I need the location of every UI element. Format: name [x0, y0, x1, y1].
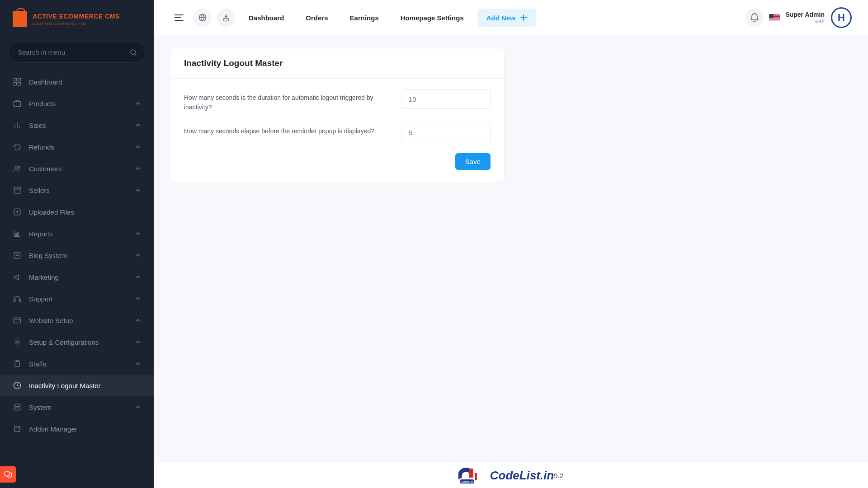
menu-toggle-button[interactable]	[170, 9, 188, 27]
chevron-up-icon	[135, 361, 141, 367]
svg-rect-30	[14, 408, 20, 410]
bars-icon	[13, 121, 22, 130]
gear-icon	[13, 338, 22, 347]
footer-logo-text: CodeList.in	[490, 469, 554, 483]
avatar: H	[831, 7, 852, 28]
svg-line-1	[135, 54, 136, 55]
sidebar-item-support[interactable]: Support	[0, 288, 154, 310]
sidebar-item-uploaded-files[interactable]: Uploaded Files	[0, 201, 154, 223]
svg-rect-48	[769, 14, 774, 18]
sidebar-item-marketing[interactable]: Marketing	[0, 266, 154, 288]
topbar-link-homepage-settings[interactable]: Homepage Settings	[392, 14, 472, 22]
topbar-link-dashboard[interactable]: Dashboard	[241, 14, 292, 22]
svg-rect-46	[769, 19, 780, 19]
brand-text: ACTIVE ECOMMERCE CMS BEST RATED ECOMMERC…	[33, 13, 120, 25]
sidebar-item-sellers[interactable]: Sellers	[0, 179, 154, 201]
sidebar-item-label: Staffs	[29, 360, 135, 368]
store-icon	[13, 186, 22, 195]
sidebar-item-customers[interactable]: Customers	[0, 158, 154, 179]
notifications-button[interactable]	[745, 9, 764, 27]
clear-cache-button[interactable]	[217, 9, 235, 27]
sidebar-item-website-setup[interactable]: Website Setup	[0, 310, 154, 331]
svg-rect-29	[14, 404, 20, 406]
sidebar: ACTIVE ECOMMERCE CMS BEST RATED ECOMMERC…	[0, 0, 154, 488]
sidebar-item-refunds[interactable]: Refunds	[0, 136, 154, 158]
puzzle-icon	[13, 424, 22, 433]
chart-icon	[13, 229, 22, 238]
svg-rect-6	[14, 102, 21, 107]
svg-rect-47	[769, 20, 780, 21]
globe-button[interactable]	[193, 9, 212, 27]
topbar: Dashboard Orders Earnings Homepage Setti…	[154, 0, 868, 35]
chevron-up-icon	[135, 317, 141, 324]
blog-icon	[13, 251, 22, 260]
topbar-link-orders[interactable]: Orders	[297, 14, 336, 22]
users-icon	[13, 164, 22, 173]
chevron-up-icon	[135, 230, 141, 237]
sidebar-item-label: Reports	[29, 230, 135, 238]
svg-point-11	[18, 166, 20, 168]
server-icon	[13, 403, 22, 412]
svg-rect-17	[17, 232, 19, 236]
main-content: Inactivity Logout Master How many second…	[154, 35, 868, 488]
sidebar-item-inactivity-logout-master[interactable]: Inactivity Logout Master	[0, 375, 154, 396]
duration-input[interactable]	[401, 89, 491, 109]
chevron-up-icon	[135, 404, 141, 410]
brand-title: ACTIVE ECOMMERCE CMS	[33, 13, 120, 20]
add-new-button[interactable]: Add New	[477, 9, 536, 27]
grid-icon	[13, 77, 22, 86]
clock-icon	[13, 381, 22, 390]
settings-card: Inactivity Logout Master How many second…	[170, 48, 505, 182]
svg-rect-45	[769, 18, 780, 19]
sidebar-item-dashboard[interactable]: Dashboard	[0, 71, 154, 93]
language-flag[interactable]	[769, 14, 780, 21]
laravel-debug-tag[interactable]	[0, 466, 16, 483]
sidebar-item-label: Products	[29, 100, 135, 108]
sidebar-item-products[interactable]: Products	[0, 93, 154, 114]
reminder-input[interactable]	[401, 123, 491, 142]
page-title: Inactivity Logout Master	[170, 48, 504, 79]
footer-version: 9.2	[554, 472, 563, 479]
form-row-reminder: How many seconds elapse before the remin…	[184, 123, 491, 142]
svg-rect-22	[19, 300, 20, 302]
sidebar-item-setup-configurations[interactable]: Setup & Configurations	[0, 331, 154, 353]
chevron-up-icon	[135, 296, 141, 302]
sidebar-item-label: Sales	[29, 122, 135, 129]
megaphone-icon	[13, 272, 22, 282]
sidebar-item-label: Inactivity Logout Master	[29, 382, 141, 389]
reminder-label: How many seconds elapse before the remin…	[184, 123, 388, 136]
sidebar-nav: DashboardProductsSalesRefundsCustomersSe…	[0, 71, 154, 440]
brand-logo[interactable]: ACTIVE ECOMMERCE CMS BEST RATED ECOMMERC…	[0, 0, 154, 38]
headset-icon	[13, 294, 22, 303]
svg-rect-2	[14, 79, 17, 81]
save-button[interactable]: Save	[455, 153, 491, 170]
svg-rect-4	[14, 83, 17, 85]
footer-logo: CodeList CodeList.in	[458, 468, 554, 484]
box-icon	[13, 99, 22, 108]
sidebar-item-system[interactable]: System	[0, 396, 154, 418]
brand-subtitle: BEST RATED ECOMMERCE ITEM	[33, 21, 120, 25]
svg-point-10	[15, 166, 17, 168]
sidebar-item-reports[interactable]: Reports	[0, 223, 154, 244]
user-menu[interactable]: Super Admin staff H	[785, 7, 852, 28]
chevron-up-icon	[135, 187, 141, 193]
svg-rect-18	[14, 252, 20, 258]
svg-rect-21	[14, 300, 15, 302]
refresh-icon	[13, 142, 22, 151]
sidebar-item-blog-system[interactable]: Blog System	[0, 244, 154, 266]
chevron-up-icon	[135, 339, 141, 345]
sidebar-item-label: Blog System	[29, 252, 135, 259]
add-new-label: Add New	[486, 14, 515, 22]
svg-rect-52	[475, 473, 477, 480]
chevron-up-icon	[135, 122, 141, 128]
svg-rect-23	[14, 318, 21, 323]
svg-rect-3	[18, 79, 21, 81]
search-input[interactable]	[8, 42, 146, 63]
sidebar-item-sales[interactable]: Sales	[0, 114, 154, 136]
user-role: staff	[785, 18, 825, 24]
sidebar-item-addon-manager[interactable]: Addon Manager	[0, 418, 154, 440]
svg-point-25	[16, 341, 19, 343]
topbar-link-earnings[interactable]: Earnings	[342, 14, 387, 22]
sidebar-item-staffs[interactable]: Staffs	[0, 353, 154, 375]
svg-rect-51	[469, 469, 473, 478]
